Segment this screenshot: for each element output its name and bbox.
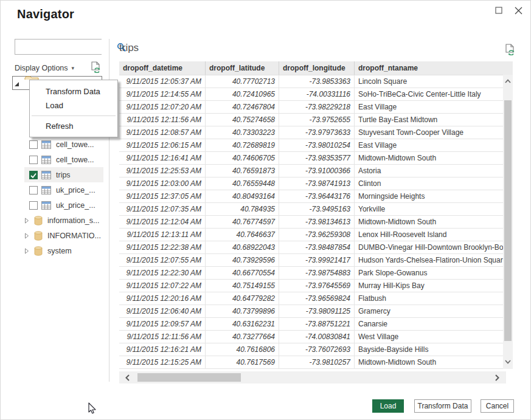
search-input[interactable]	[15, 40, 117, 54]
table-cell: 40.76559448	[206, 177, 279, 190]
scroll-down-icon[interactable]	[503, 357, 513, 367]
cancel-button[interactable]: Cancel	[481, 399, 514, 413]
table-cell: 40.76774597	[206, 216, 279, 228]
table-cell: East Village	[355, 101, 503, 113]
close-button[interactable]	[510, 4, 526, 17]
table-row: 9/11/2015 12:15:25 AM40.7617569-73.98102…	[119, 356, 503, 369]
horizontal-scrollbar[interactable]	[119, 371, 506, 384]
column-header-dropoff_ntaname[interactable]: dropoff_ntaname	[355, 61, 513, 75]
checkbox[interactable]	[29, 156, 38, 164]
menu-item-refresh[interactable]: Refresh	[30, 119, 117, 133]
table-cell: 40.73303223	[206, 126, 279, 139]
table-cell: -73.96569824	[279, 292, 355, 305]
mouse-cursor	[88, 402, 97, 416]
checkbox[interactable]	[29, 201, 38, 210]
tree-item-cell-towe-[interactable]: cell_towe...	[12, 137, 103, 152]
table-cell: 9/11/2015 12:11:56 AM	[119, 331, 206, 343]
tree-item-informatio-[interactable]: INFORMATIO...	[12, 228, 103, 243]
checkbox[interactable]	[29, 140, 38, 149]
table-row: 9/11/2015 12:14:55 AM40.72410965-74.0033…	[119, 88, 503, 101]
table-cell: -73.9752655	[279, 114, 355, 126]
table-cell: -73.98229218	[279, 101, 355, 113]
scroll-left-icon[interactable]	[122, 371, 133, 384]
table-row: 9/11/2015 12:09:57 AM40.63162231-73.8875…	[119, 318, 503, 331]
table-cell: -73.98487854	[279, 241, 355, 253]
table-cell: 40.68922043	[206, 241, 279, 253]
table-cell: 9/11/2015 12:22:38 AM	[119, 241, 206, 253]
table-cell: -73.98741913	[279, 177, 355, 190]
tree-item-uk-price-[interactable]: uk_price_...	[12, 182, 103, 198]
table-cell: Morningside Heights	[355, 190, 503, 202]
scroll-right-icon[interactable]	[491, 371, 502, 384]
table-cell: 40.80493164	[206, 190, 279, 202]
table-cell: Hudson Yards-Chelsea-Flatiron-Union Squa…	[355, 254, 503, 266]
preview-title: trips	[119, 42, 139, 54]
vertical-scroll-thumb[interactable]	[504, 100, 512, 341]
tree-item-label: cell_towe...	[56, 156, 94, 164]
table-cell: Turtle Bay-East Midtown	[355, 114, 503, 126]
table-cell: West Village	[355, 331, 503, 343]
table-icon	[41, 201, 51, 210]
table-cell: -73.98134613	[279, 216, 355, 228]
table-row: 9/11/2015 12:07:55 AM40.73929596-73.9992…	[119, 254, 503, 267]
vertical-scrollbar[interactable]	[503, 75, 513, 369]
table-cell: 40.66770554	[206, 267, 279, 279]
table-icon	[41, 186, 51, 195]
checkbox[interactable]	[29, 186, 38, 195]
tree-item-label: information_s...	[47, 216, 99, 225]
horizontal-scroll-thumb[interactable]	[137, 373, 241, 382]
expand-chevron-icon[interactable]	[24, 233, 29, 239]
table-cell: -73.9495163	[279, 203, 355, 215]
table-cell: -73.99921417	[279, 254, 355, 266]
table-cell: Stuyvesant Town-Cooper Village	[355, 126, 503, 139]
table-row: 9/11/2015 12:16:21 AM40.7616806-73.76072…	[119, 343, 503, 356]
column-header-dropoff_datetime[interactable]: dropoff_datetime	[119, 61, 206, 75]
tree-item-system[interactable]: system	[12, 243, 103, 258]
expand-chevron-icon[interactable]	[24, 218, 29, 224]
table-cell: 9/11/2015 12:13:11 AM	[119, 229, 206, 241]
column-header-dropoff_latitude[interactable]: dropoff_latitude	[206, 61, 279, 75]
table-cell: -73.9810257	[279, 356, 355, 368]
table-cell: 9/11/2015 12:07:20 AM	[119, 101, 206, 113]
table-cell: 9/11/2015 12:05:37 AM	[119, 75, 206, 88]
expanded-arrow-icon[interactable]	[14, 81, 19, 87]
display-options-dropdown[interactable]: Display Options	[15, 64, 68, 72]
table-cell: Canarsie	[355, 318, 503, 330]
table-icon	[41, 156, 51, 164]
expand-chevron-icon[interactable]	[24, 248, 29, 254]
table-cell: Yorkville	[355, 203, 503, 215]
table-cell: 9/11/2015 12:25:53 AM	[119, 165, 206, 177]
database-icon	[34, 231, 43, 241]
menu-item-transform-data[interactable]: Transform Data	[30, 84, 117, 98]
display-options-row: Display Options ▾	[15, 61, 102, 75]
menu-item-load[interactable]: Load	[30, 98, 117, 112]
expand-chevron-icon	[24, 233, 29, 239]
table-cell: Flatbush	[355, 292, 503, 305]
tree-item-trips[interactable]: trips	[12, 167, 103, 182]
tree-item-label: INFORMATIO...	[47, 232, 101, 240]
table-cell: 40.73929596	[206, 254, 279, 266]
column-header-dropoff_longitude[interactable]: dropoff_longitude	[279, 61, 355, 75]
table-cell: Midtown-Midtown South	[355, 216, 503, 228]
table-cell: -73.91000366	[279, 165, 355, 177]
maximize-button[interactable]	[491, 4, 507, 17]
table-row: 9/11/2015 12:37:05 AM40.80493164-73.9644…	[119, 190, 503, 203]
tree-item-cell-towe-[interactable]: cell_towe...	[12, 152, 103, 167]
transform-data-button[interactable]: Transform Data	[414, 399, 471, 413]
table-cell: -73.97645569	[279, 280, 355, 292]
table-cell: 9/11/2015 12:20:16 AM	[119, 292, 206, 305]
tree-item-information-s-[interactable]: information_s...	[12, 213, 103, 228]
table-cell: 40.63162231	[206, 318, 279, 330]
tree-item-uk-price-[interactable]: uk_price_...	[12, 198, 103, 213]
table-cell: 9/11/2015 12:22:30 AM	[119, 267, 206, 279]
scroll-up-icon[interactable]	[503, 76, 513, 86]
refresh-table-icon[interactable]	[505, 44, 516, 58]
table-cell: Clinton	[355, 177, 503, 190]
close-icon	[515, 7, 522, 15]
load-button[interactable]: Load	[372, 399, 404, 413]
table-row: 9/11/2015 12:13:11 AM40.7646637-73.96259…	[119, 229, 503, 241]
refresh-preview-icon[interactable]	[91, 61, 102, 75]
tree-item-label: system	[47, 247, 72, 255]
checkbox[interactable]	[29, 171, 38, 179]
table-cell: -73.98353577	[279, 152, 355, 164]
